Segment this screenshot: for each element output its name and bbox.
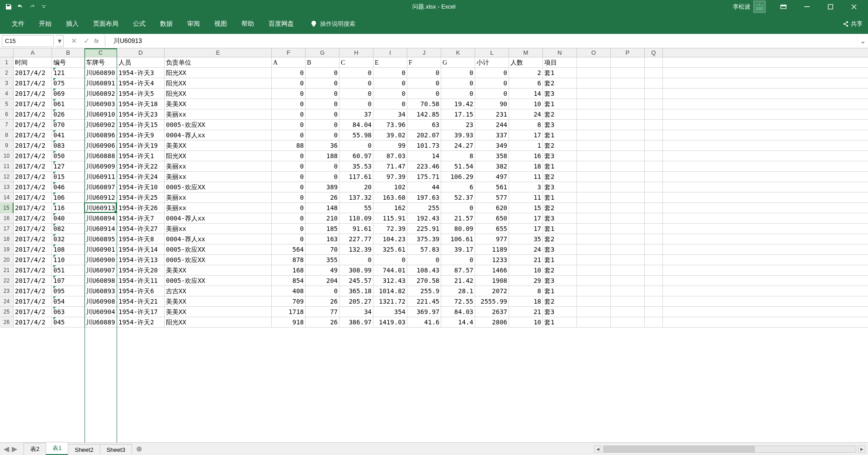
data-cell[interactable]: 套1: [543, 317, 577, 327]
data-cell[interactable]: 套3: [543, 307, 577, 317]
data-cell[interactable]: 8: [509, 120, 543, 130]
data-cell[interactable]: 73.96: [373, 120, 407, 130]
data-cell[interactable]: 2017/4/2: [14, 317, 52, 327]
data-cell[interactable]: [577, 276, 611, 286]
data-cell[interactable]: 34: [340, 307, 373, 317]
data-cell[interactable]: 337: [475, 130, 509, 140]
data-cell[interactable]: 325.61: [373, 244, 407, 254]
row-header[interactable]: 19: [0, 244, 14, 254]
data-cell[interactable]: 84.03: [441, 307, 475, 317]
data-cell[interactable]: 14: [509, 89, 543, 99]
data-cell[interactable]: 054: [52, 296, 85, 306]
data-cell[interactable]: 57.83: [407, 244, 441, 254]
data-cell[interactable]: 497: [475, 172, 509, 182]
data-cell[interactable]: 878: [272, 255, 306, 265]
data-cell[interactable]: 23: [441, 120, 475, 130]
data-cell[interactable]: 28.1: [441, 286, 475, 296]
header-cell[interactable]: 时间: [14, 57, 52, 67]
column-header[interactable]: F: [272, 48, 306, 57]
data-cell[interactable]: 阳光XX: [165, 317, 272, 327]
data-cell[interactable]: 2017/4/2: [14, 213, 52, 223]
data-cell[interactable]: 0: [306, 120, 340, 130]
data-cell[interactable]: 川U60908: [85, 296, 117, 306]
horizontal-scrollbar[interactable]: [603, 446, 856, 453]
data-cell[interactable]: 050: [52, 151, 85, 161]
data-cell[interactable]: [611, 276, 645, 286]
data-cell[interactable]: 川U60906: [85, 141, 117, 150]
data-cell[interactable]: [577, 141, 611, 150]
data-cell[interactable]: 14: [407, 151, 441, 161]
data-cell[interactable]: [645, 317, 663, 327]
column-header[interactable]: N: [543, 48, 577, 57]
formula-bar-expand-icon[interactable]: ⌄: [857, 34, 868, 48]
data-cell[interactable]: 2017/4/2: [14, 203, 52, 213]
data-cell[interactable]: 1: [509, 141, 543, 150]
data-cell[interactable]: [611, 224, 645, 234]
data-cell[interactable]: 18: [509, 296, 543, 306]
data-cell[interactable]: 0: [407, 68, 441, 78]
data-cell[interactable]: 2017/4/2: [14, 89, 52, 99]
data-cell[interactable]: 美丽xx: [165, 192, 272, 202]
data-cell[interactable]: [645, 141, 663, 150]
data-cell[interactable]: 川U60895: [85, 234, 117, 244]
data-cell[interactable]: 1954-许天8: [117, 234, 165, 244]
data-cell[interactable]: 375.39: [407, 234, 441, 244]
data-cell[interactable]: 21: [509, 307, 543, 317]
data-cell[interactable]: 川U60898: [85, 276, 117, 286]
data-cell[interactable]: 63: [407, 120, 441, 130]
data-cell[interactable]: 115.91: [373, 213, 407, 223]
data-cell[interactable]: 408: [272, 286, 306, 296]
name-box[interactable]: C15: [2, 35, 54, 47]
data-cell[interactable]: [611, 182, 645, 192]
header-cell[interactable]: A: [272, 57, 306, 67]
data-cell[interactable]: 101.73: [407, 141, 441, 150]
data-cell[interactable]: [577, 192, 611, 202]
data-cell[interactable]: 1954-许天22: [117, 161, 165, 171]
data-cell[interactable]: 358: [475, 151, 509, 161]
data-cell[interactable]: [645, 296, 663, 306]
row-header[interactable]: 6: [0, 109, 14, 119]
data-cell[interactable]: 套1: [543, 68, 577, 78]
data-cell[interactable]: [611, 172, 645, 182]
data-cell[interactable]: [645, 109, 663, 119]
data-cell[interactable]: 77: [306, 307, 340, 317]
data-cell[interactable]: 083: [52, 141, 85, 150]
data-cell[interactable]: 1954-许天10: [117, 182, 165, 192]
data-cell[interactable]: 1954-许天27: [117, 224, 165, 234]
select-all-corner[interactable]: [0, 48, 14, 57]
data-cell[interactable]: 2017/4/2: [14, 120, 52, 130]
data-cell[interactable]: 1908: [475, 276, 509, 286]
data-cell[interactable]: 0: [373, 255, 407, 265]
data-cell[interactable]: 阳光XX: [165, 68, 272, 78]
data-cell[interactable]: [645, 224, 663, 234]
data-cell[interactable]: 0: [272, 224, 306, 234]
data-cell[interactable]: [611, 244, 645, 254]
data-cell[interactable]: 075: [52, 78, 85, 88]
data-cell[interactable]: 2017/4/2: [14, 78, 52, 88]
data-cell[interactable]: 川U60893: [85, 286, 117, 296]
data-cell[interactable]: 0: [272, 109, 306, 119]
data-cell[interactable]: [611, 192, 645, 202]
data-cell[interactable]: 1321.72: [373, 296, 407, 306]
row-header[interactable]: 15: [0, 203, 14, 213]
data-cell[interactable]: 0: [373, 99, 407, 109]
data-cell[interactable]: 套2: [543, 296, 577, 306]
data-cell[interactable]: 1954-许天5: [117, 89, 165, 99]
data-cell[interactable]: [577, 317, 611, 327]
column-header[interactable]: C: [85, 48, 117, 57]
data-cell[interactable]: [577, 244, 611, 254]
data-cell[interactable]: 1954-许天3: [117, 68, 165, 78]
data-cell[interactable]: 142.85: [407, 109, 441, 119]
data-cell[interactable]: 1014.82: [373, 286, 407, 296]
data-cell[interactable]: 阳光XX: [165, 151, 272, 161]
data-cell[interactable]: 26: [306, 296, 340, 306]
data-cell[interactable]: 015: [52, 172, 85, 182]
data-cell[interactable]: 1189: [475, 244, 509, 254]
data-cell[interactable]: 39.02: [373, 130, 407, 140]
data-cell[interactable]: [577, 130, 611, 140]
column-header[interactable]: J: [407, 48, 441, 57]
data-cell[interactable]: 87.57: [441, 265, 475, 275]
data-cell[interactable]: 34: [373, 109, 407, 119]
data-cell[interactable]: 14.4: [441, 317, 475, 327]
data-cell[interactable]: 川U60892: [85, 89, 117, 99]
